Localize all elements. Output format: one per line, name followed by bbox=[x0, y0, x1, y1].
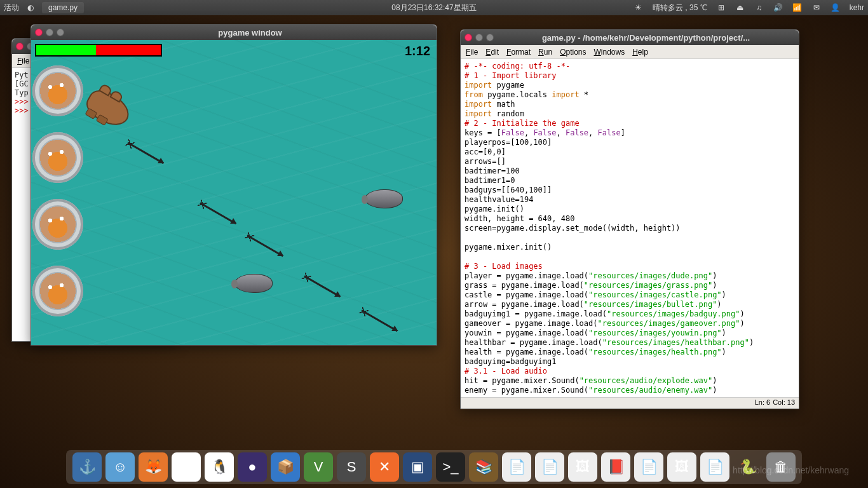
dock-app-anchor[interactable]: ⚓ bbox=[72, 452, 102, 482]
dock-app-firefox[interactable]: 🦊 bbox=[139, 452, 168, 482]
dock-app-package[interactable]: 📦 bbox=[271, 452, 300, 482]
editor-body[interactable]: # -*- coding: utf-8 -*- # 1 - Import lib… bbox=[461, 59, 799, 397]
badguy-sprite bbox=[234, 274, 273, 293]
user-icon[interactable]: 👤 bbox=[831, 3, 841, 13]
dock-app-pdf[interactable]: 📕 bbox=[601, 452, 630, 482]
top-panel: 活动 ◐ game.py 08月23日16:32:47星期五 ☀ 晴转多云 , … bbox=[0, 0, 868, 15]
game-canvas[interactable]: 1:12 bbox=[31, 40, 437, 345]
editor-window[interactable]: game.py - /home/kehr/Development/python/… bbox=[460, 29, 799, 409]
healthbar-fill bbox=[36, 45, 96, 55]
eject-icon[interactable]: ⏏ bbox=[735, 3, 745, 13]
castle-sprite bbox=[32, 65, 83, 116]
dock-app-doc1[interactable]: 📄 bbox=[502, 452, 531, 482]
menu-item[interactable]: File bbox=[17, 57, 29, 65]
castle-sprite bbox=[32, 266, 83, 316]
status-col: Col: 13 bbox=[773, 398, 795, 408]
badguy-sprite bbox=[365, 189, 403, 208]
dock-app-xampp[interactable]: ✕ bbox=[370, 452, 399, 482]
game-title: pygame window bbox=[67, 28, 433, 37]
player-sprite bbox=[82, 85, 135, 132]
weather-text: 晴转多云 , 35 ℃ bbox=[653, 3, 707, 13]
mail-icon[interactable]: ✉ bbox=[811, 3, 822, 13]
editor-titlebar[interactable]: game.py - /home/kehr/Development/python/… bbox=[461, 30, 799, 45]
game-titlebar[interactable]: pygame window bbox=[31, 25, 437, 40]
close-icon[interactable] bbox=[35, 29, 43, 36]
menu-item-format[interactable]: Format bbox=[506, 48, 531, 57]
dock-app-finder[interactable]: ☺ bbox=[105, 452, 135, 482]
minimize-icon[interactable] bbox=[46, 29, 53, 36]
arrow-sprite bbox=[304, 275, 341, 297]
dock-app-vim[interactable]: V bbox=[304, 452, 333, 482]
close-icon[interactable] bbox=[465, 34, 472, 41]
dock-app-chrome[interactable]: ◉ bbox=[172, 452, 201, 482]
menu-item-options[interactable]: Options bbox=[560, 48, 586, 57]
weather-icon: ☀ bbox=[634, 3, 644, 13]
activities-button[interactable]: 活动 bbox=[4, 3, 19, 13]
watermark: http://blog.csdn.net/kehrwang bbox=[733, 465, 849, 475]
arrow-sprite bbox=[361, 309, 398, 332]
volume-icon[interactable]: 🔊 bbox=[773, 3, 783, 13]
dock-app-books[interactable]: 📚 bbox=[469, 452, 498, 482]
close-icon[interactable] bbox=[16, 43, 24, 50]
healthbar bbox=[35, 44, 162, 57]
music-icon[interactable]: ♫ bbox=[754, 3, 764, 13]
maximize-icon[interactable] bbox=[57, 29, 64, 36]
dock-app-doc2[interactable]: 📄 bbox=[535, 452, 564, 482]
dock-app-photo[interactable]: 🖼 bbox=[667, 452, 696, 482]
menu-item-file[interactable]: File bbox=[466, 48, 478, 57]
wifi-icon[interactable]: 📶 bbox=[792, 3, 803, 13]
clock[interactable]: 08月23日16:32:47星期五 bbox=[391, 3, 476, 13]
menu-item-windows[interactable]: Windows bbox=[594, 48, 625, 57]
dock-app-sublime[interactable]: S bbox=[337, 452, 366, 482]
castle-sprite bbox=[32, 199, 83, 250]
dock-app-qq[interactable]: 🐧 bbox=[205, 452, 234, 482]
editor-statusbar: Ln: 6 Col: 13 bbox=[461, 397, 799, 409]
dock-app-image[interactable]: 🖼 bbox=[568, 452, 597, 482]
arrow-sprite bbox=[200, 202, 236, 224]
menu-item-run[interactable]: Run bbox=[538, 48, 552, 57]
dock-app-doc3[interactable]: 📄 bbox=[634, 452, 663, 482]
dock[interactable]: ⚓☺🦊◉🐧●📦VS✕▣>_📚📄📄🖼📕📄🖼📄🐍🗑 bbox=[66, 450, 802, 484]
editor-menubar[interactable]: FileEditFormatRunOptionsWindowsHelp bbox=[461, 45, 799, 59]
menu-item-help[interactable]: Help bbox=[632, 48, 648, 57]
dock-app-eclipse[interactable]: ● bbox=[238, 452, 267, 482]
username[interactable]: kehr bbox=[850, 3, 864, 12]
dock-app-virtualbox[interactable]: ▣ bbox=[403, 452, 432, 482]
menu-item-edit[interactable]: Edit bbox=[485, 48, 499, 57]
arrow-sprite bbox=[127, 142, 164, 164]
editor-title: game.py - /home/kehr/Development/python/… bbox=[497, 33, 795, 43]
minimize-icon[interactable] bbox=[475, 34, 483, 41]
game-timer: 1:12 bbox=[405, 44, 430, 58]
castle-sprite bbox=[32, 132, 83, 183]
task-button-gamepy[interactable]: game.py bbox=[42, 2, 84, 13]
status-line: Ln: 6 bbox=[755, 398, 770, 408]
dock-app-doc4[interactable]: 📄 bbox=[700, 452, 729, 482]
dock-app-terminal[interactable]: >_ bbox=[436, 452, 465, 482]
maximize-icon[interactable] bbox=[486, 34, 494, 41]
apps-grid-icon[interactable]: ⊞ bbox=[716, 3, 726, 13]
ubuntu-icon: ◐ bbox=[25, 3, 36, 13]
pygame-window[interactable]: pygame window 1:12 bbox=[31, 24, 437, 346]
arrow-sprite bbox=[247, 234, 283, 257]
